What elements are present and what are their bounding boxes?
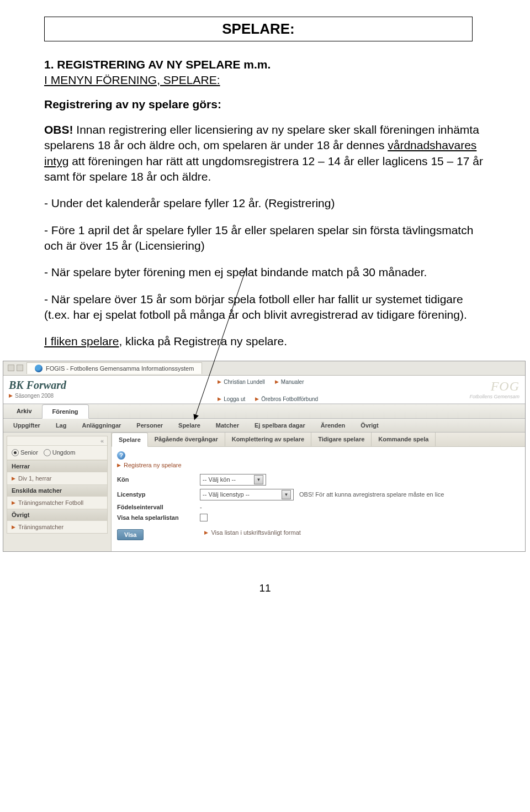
- sidebar-collapse[interactable]: «: [7, 436, 107, 446]
- subheading: Registrering av ny spelare görs:: [44, 98, 486, 111]
- main-nav: Arkiv Förening: [3, 404, 525, 419]
- label-fodelseintervall: Födelseintervall: [117, 504, 200, 510]
- page-number: 11: [44, 582, 486, 594]
- triangle-icon: ▶: [9, 393, 13, 398]
- triangle-icon: ▶: [117, 462, 121, 468]
- main-tab-forening[interactable]: Förening: [42, 404, 89, 419]
- paragraph-instruction: I fliken spelare, klicka på Registrera n…: [44, 334, 486, 349]
- sub-tab[interactable]: Ej spelbara dagar: [247, 419, 313, 432]
- sub-tab[interactable]: Uppgifter: [6, 419, 48, 432]
- triangle-icon: ▶: [255, 396, 259, 402]
- radio-icon: [44, 449, 51, 456]
- radio-ungdom[interactable]: Ungdom: [44, 449, 76, 456]
- banner-link-logout[interactable]: ▶Logga ut: [218, 396, 245, 402]
- print-link[interactable]: ▶ Visa listan i utskriftsvänligt format: [204, 529, 300, 536]
- sidebar-head-enskilda: Enskilda matcher: [7, 484, 107, 497]
- select-licenstyp[interactable]: -- Välj licenstyp -- ▼: [200, 489, 294, 500]
- sub-tab[interactable]: Lag: [48, 419, 75, 432]
- page-title: SPELARE:: [51, 20, 465, 38]
- ie-favicon-icon: [35, 365, 43, 372]
- triangle-icon: ▶: [275, 379, 279, 384]
- register-link[interactable]: ▶ Registrera ny spelare: [117, 462, 520, 468]
- content-tab-spelare[interactable]: Spelare: [112, 433, 148, 447]
- sub-tab[interactable]: Personer: [129, 419, 171, 432]
- banner-link-user[interactable]: ▶Christian Lundell: [218, 379, 265, 385]
- select-kon[interactable]: -- Välj kön -- ▼: [200, 474, 266, 486]
- visa-button[interactable]: Visa: [117, 529, 144, 540]
- browser-tab-bar: FOGIS - Fotbollens Gemensamma Informatio…: [3, 361, 525, 376]
- triangle-icon: ▶: [12, 500, 15, 505]
- paragraph-bullet-3: - När spelare byter förening men ej spel…: [44, 265, 486, 280]
- triangle-icon: ▶: [12, 524, 15, 530]
- sub-tab[interactable]: Ärenden: [313, 419, 353, 432]
- browser-nav-icons: [8, 365, 23, 371]
- label-visa-hela: Visa hela spelarlistan: [117, 514, 200, 521]
- content-panel: Spelare Pågående övergångar Kompletterin…: [112, 433, 525, 551]
- triangle-icon: ▶: [12, 476, 15, 481]
- content-tab-tidigare[interactable]: Tidigare spelare: [311, 433, 372, 446]
- content-tabs: Spelare Pågående övergångar Kompletterin…: [112, 433, 525, 447]
- sidebar-head-ovrigt: Övrigt: [7, 509, 107, 521]
- checkbox-visa-hela[interactable]: [200, 514, 208, 521]
- browser-tab-title: FOGIS - Fotbollens Gemensamma Informatio…: [46, 365, 194, 372]
- content-tab-komplettering[interactable]: Komplettering av spelare: [225, 433, 311, 446]
- browser-tab[interactable]: FOGIS - Fotbollens Gemensamma Informatio…: [26, 362, 202, 374]
- triangle-icon: ▶: [218, 379, 221, 384]
- paragraph-bullet-2: - Före 1 april det år spelare fyller 15 …: [44, 223, 486, 254]
- label-kon: Kön: [117, 476, 200, 483]
- radio-senior[interactable]: Senior: [12, 449, 38, 456]
- triangle-icon: ▶: [218, 396, 221, 402]
- paragraph-intro: OBS! Innan registrering eller licensieri…: [44, 122, 486, 184]
- sub-nav: Uppgifter Lag Anläggningar Personer Spel…: [3, 419, 525, 433]
- nav-icon[interactable]: [17, 365, 23, 371]
- fog-logo: FOG: [469, 379, 520, 394]
- title-box: SPELARE:: [44, 17, 473, 41]
- fodelse-value: -: [200, 504, 202, 510]
- content-tab-kommande[interactable]: Kommande spela: [372, 433, 436, 446]
- sub-tab[interactable]: Spelare: [171, 419, 208, 432]
- sub-tab[interactable]: Anläggningar: [74, 419, 129, 432]
- section-link: I MENYN FÖRENING, SPELARE:: [44, 73, 486, 87]
- banner-link-manualer[interactable]: ▶Manualer: [275, 379, 304, 385]
- main-tab-arkiv[interactable]: Arkiv: [7, 404, 42, 418]
- licenstyp-note: OBS! För att kunna avregistrera spelare …: [299, 491, 444, 498]
- chevron-down-icon: ▼: [282, 490, 291, 499]
- sub-tab[interactable]: Matcher: [208, 419, 247, 432]
- sidebar-item-tranings-fotboll[interactable]: ▶Träningsmatcher Fotboll: [7, 497, 107, 509]
- season-link[interactable]: ▶ Säsongen 2008: [9, 393, 66, 399]
- sidebar-item-tranings[interactable]: ▶Träningsmatcher: [7, 521, 107, 533]
- banner-link-forbund[interactable]: ▶Örebros Fotbollförbund: [255, 396, 318, 402]
- sidebar: « Senior Ungdom Herrar ▶Div 1, herrar: [3, 433, 112, 551]
- content-tab-pagaende[interactable]: Pågående övergångar: [148, 433, 225, 446]
- triangle-icon: ▶: [204, 530, 208, 535]
- club-name: BK Forward: [9, 379, 66, 392]
- chevron-down-icon: ▼: [254, 475, 263, 484]
- radio-icon: [12, 449, 19, 456]
- nav-icon[interactable]: [8, 365, 14, 371]
- sidebar-head-herrar: Herrar: [7, 460, 107, 472]
- app-screenshot: FOGIS - Fotbollens Gemensamma Informatio…: [3, 361, 526, 552]
- paragraph-bullet-1: - Under det kalenderår spelare fyller 12…: [44, 196, 486, 211]
- section-heading: 1. REGISTRERING AV NY SPELARE m.m.: [44, 58, 486, 71]
- help-icon[interactable]: ?: [117, 451, 125, 460]
- paragraph-bullet-4: - När spelare över 15 år som börjar spel…: [44, 292, 486, 323]
- app-banner: BK Forward ▶ Säsongen 2008 ▶Christian Lu…: [3, 376, 525, 404]
- fog-subtitle: Fotbollens Gemensam: [469, 394, 520, 399]
- label-licenstyp: Licenstyp: [117, 491, 200, 498]
- sub-tab[interactable]: Övrigt: [353, 419, 386, 432]
- sidebar-item-div1[interactable]: ▶Div 1, herrar: [7, 472, 107, 484]
